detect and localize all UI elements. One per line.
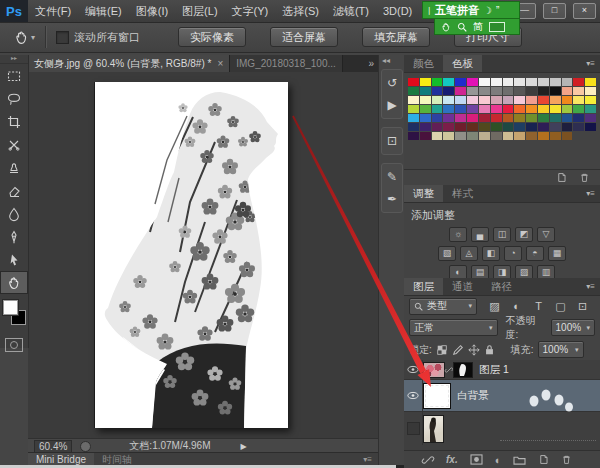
color-swatch-76[interactable]	[550, 114, 561, 122]
color-swatch-41[interactable]	[514, 96, 525, 104]
color-swatch-26[interactable]	[526, 87, 537, 95]
color-swatch-78[interactable]	[573, 114, 584, 122]
color-swatch-10[interactable]	[526, 78, 537, 86]
color-swatch-37[interactable]	[467, 96, 478, 104]
color-swatch-20[interactable]	[455, 87, 466, 95]
color-swatch-68[interactable]	[455, 114, 466, 122]
adjustment-icon-2[interactable]: ◫	[493, 227, 511, 242]
adjustment-icon-0[interactable]: ☼	[449, 227, 467, 242]
color-swatch-7[interactable]	[491, 78, 502, 86]
color-swatch-15[interactable]	[585, 78, 596, 86]
brush-panel-icon[interactable]: ✎	[382, 166, 402, 188]
color-swatch-104[interactable]	[503, 132, 514, 140]
color-swatch-6[interactable]	[479, 78, 490, 86]
color-swatch-67[interactable]	[443, 114, 454, 122]
color-swatch-17[interactable]	[420, 87, 431, 95]
ime-quote-icon[interactable]: ”	[496, 5, 499, 16]
color-swatch-39[interactable]	[491, 96, 502, 104]
color-swatch-9[interactable]	[514, 78, 525, 86]
blend-mode-dropdown[interactable]: 正常 ▾	[409, 319, 498, 336]
menu-item-3[interactable]: 图层(L)	[175, 0, 224, 22]
color-swatch-47[interactable]	[585, 96, 596, 104]
quick-mask-button[interactable]	[5, 338, 23, 352]
tab-color[interactable]: 颜色	[404, 55, 443, 72]
expand-panels-icon[interactable]: ◂◂	[379, 55, 405, 66]
tools-panel-grip[interactable]: ▸▸	[0, 55, 28, 64]
color-swatch-63[interactable]	[585, 105, 596, 113]
close-button[interactable]: ×	[573, 3, 596, 19]
color-swatch-86[interactable]	[479, 123, 490, 131]
menu-item-1[interactable]: 编辑(E)	[78, 0, 129, 22]
color-swatch-27[interactable]	[538, 87, 549, 95]
color-swatch-95[interactable]	[585, 123, 596, 131]
tab-layers[interactable]: 图层	[404, 278, 443, 295]
eraser-tool[interactable]	[0, 179, 28, 202]
color-swatch-28[interactable]	[550, 87, 561, 95]
color-swatch-74[interactable]	[526, 114, 537, 122]
layer-filter-type-dropdown[interactable]: 类型 ▾	[409, 298, 477, 315]
color-swatch-55[interactable]	[491, 105, 502, 113]
color-swatch-56[interactable]	[503, 105, 514, 113]
color-swatch-4[interactable]	[455, 78, 466, 86]
menu-item-7[interactable]: 3D(D)	[376, 0, 419, 22]
color-swatch-100[interactable]	[455, 132, 466, 140]
color-swatch-59[interactable]	[538, 105, 549, 113]
lock-all-icon[interactable]	[484, 344, 495, 356]
tab-swatches[interactable]: 色板	[443, 55, 482, 72]
pen-tool[interactable]	[0, 225, 28, 248]
color-swatch-94[interactable]	[573, 123, 584, 131]
add-mask-icon[interactable]	[470, 454, 483, 465]
filter-kind-icon-3[interactable]: ▢	[553, 300, 568, 313]
color-swatch-13[interactable]	[562, 78, 573, 86]
zoom-level-field[interactable]: 60.4%	[34, 440, 72, 453]
ime-hand-icon[interactable]	[441, 22, 451, 32]
menu-item-0[interactable]: 文件(F)	[28, 0, 78, 22]
fit-screen-button[interactable]: 适合屏幕	[270, 27, 338, 47]
adjustment-icon-5[interactable]: ▧	[438, 246, 456, 261]
adjustment-icon-7[interactable]: ◧	[482, 246, 500, 261]
panel-menu-icon[interactable]: ▾≡	[586, 55, 600, 72]
color-swatch-16[interactable]	[408, 87, 419, 95]
color-swatch-25[interactable]	[514, 87, 525, 95]
color-swatch-23[interactable]	[491, 87, 502, 95]
layer-style-fx-icon[interactable]: fx.	[446, 454, 458, 465]
color-swatch-29[interactable]	[562, 87, 573, 95]
color-swatch-70[interactable]	[479, 114, 490, 122]
rectangular-marquee-tool[interactable]	[0, 64, 28, 87]
color-swatch-19[interactable]	[443, 87, 454, 95]
document-tab-inactive[interactable]: IMG_20180318_100...	[230, 55, 343, 72]
color-swatch-87[interactable]	[491, 123, 502, 131]
panel-menu-icon[interactable]: ▾≡	[586, 278, 600, 295]
color-swatch-22[interactable]	[479, 87, 490, 95]
layer-mask-thumbnail[interactable]	[453, 362, 473, 378]
color-swatch-43[interactable]	[538, 96, 549, 104]
color-swatch-24[interactable]	[503, 87, 514, 95]
foreground-background-colors[interactable]	[0, 298, 28, 330]
scroll-all-windows-checkbox[interactable]	[56, 31, 69, 44]
document-canvas[interactable]	[95, 82, 288, 428]
tab-overflow-icon[interactable]: »	[368, 55, 378, 72]
ime-mode-bar[interactable]: ∣ 五笔拼音 ☽ ”	[422, 1, 520, 19]
color-swatch-33[interactable]	[420, 96, 431, 104]
adjustment-icon-1[interactable]: ▄	[471, 227, 489, 242]
color-swatch-51[interactable]	[443, 105, 454, 113]
color-swatch-42[interactable]	[526, 96, 537, 104]
color-swatch-5[interactable]	[467, 78, 478, 86]
color-swatch-82[interactable]	[432, 123, 443, 131]
adjustment-icon-6[interactable]: ◬	[460, 246, 478, 261]
color-swatch-91[interactable]	[538, 123, 549, 131]
actions-panel-icon[interactable]: ▶	[382, 94, 402, 116]
info-panel-icon[interactable]: ⊡	[382, 130, 402, 152]
layer-thumbnail-photo[interactable]	[423, 415, 444, 443]
visibility-toggle-off[interactable]	[404, 412, 423, 445]
color-swatch-75[interactable]	[538, 114, 549, 122]
color-swatch-84[interactable]	[455, 123, 466, 131]
color-swatch-44[interactable]	[550, 96, 561, 104]
adjustment-icon-4[interactable]: ▽	[537, 227, 555, 242]
canvas-area[interactable]	[28, 72, 378, 438]
adjustment-icon-10[interactable]: ▦	[548, 246, 566, 261]
layer-thumbnail[interactable]	[423, 362, 445, 378]
filter-kind-icon-1[interactable]: ◐	[509, 300, 524, 313]
color-swatch-12[interactable]	[550, 78, 561, 86]
color-swatch-96[interactable]	[408, 132, 419, 140]
